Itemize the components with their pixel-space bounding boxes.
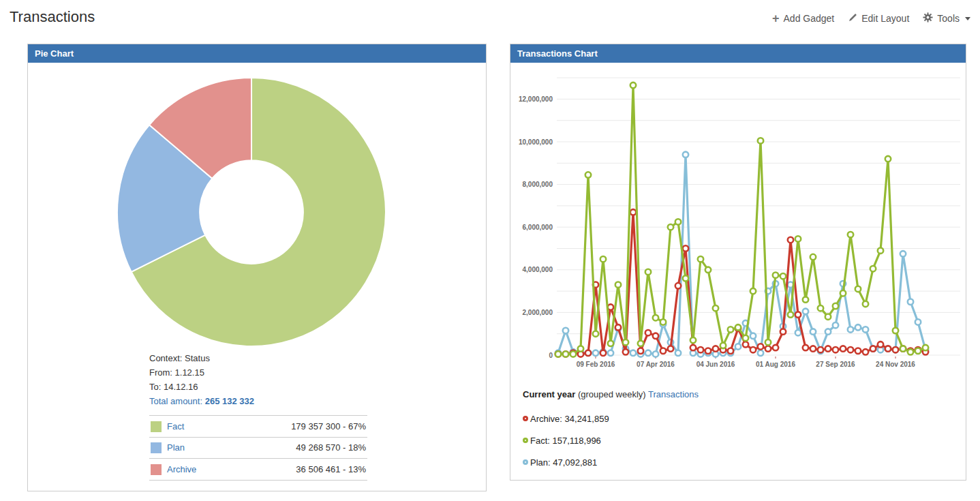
svg-text:04 Jun 2016: 04 Jun 2016: [696, 361, 735, 368]
legend-item-fact: Fact: 157,118,996: [523, 429, 699, 451]
svg-text:8,000,000: 8,000,000: [523, 181, 553, 188]
table-row: Plan 49 268 570 - 18%: [149, 437, 367, 459]
edit-layout-label: Edit Layout: [861, 13, 909, 24]
archive-marker-icon: [523, 416, 528, 421]
plan-swatch: [151, 442, 162, 453]
svg-text:4,000,000: 4,000,000: [523, 266, 553, 273]
svg-text:2,000,000: 2,000,000: [523, 309, 553, 316]
svg-text:27 Sep 2016: 27 Sep 2016: [816, 361, 855, 368]
pie-context-line: Context: Status: [149, 351, 367, 365]
svg-text:09 Feb 2016: 09 Feb 2016: [577, 361, 615, 368]
edit-layout-button[interactable]: Edit Layout: [848, 13, 909, 25]
pie-panel-header: Pie Chart: [28, 44, 486, 63]
svg-text:0: 0: [549, 352, 553, 359]
caret-down-icon: [965, 17, 970, 20]
tx-panel-header: Transactions Chart: [510, 44, 966, 63]
svg-text:6,000,000: 6,000,000: [523, 224, 553, 231]
add-gadget-label: Add Gadget: [784, 13, 835, 24]
pencil-icon: [848, 13, 857, 25]
table-row: Fact 179 357 300 - 67%: [149, 416, 367, 438]
pie-legend-table: Fact 179 357 300 - 67% Plan 49 268 570 -…: [149, 415, 367, 481]
svg-text:12,000,000: 12,000,000: [519, 95, 553, 103]
pie-from-line: From: 1.12.15: [149, 365, 367, 380]
svg-text:01 Aug 2016: 01 Aug 2016: [756, 361, 795, 368]
svg-text:10,000,000: 10,000,000: [519, 138, 553, 146]
pie-chart-gadget: Pie Chart Context: Status From: 1.12.15 …: [27, 44, 487, 491]
fact-link[interactable]: Fact: [166, 416, 225, 438]
archive-link[interactable]: Archive: [166, 459, 225, 481]
dashboard-toolbar: + Add Gadget Edit Layout Tools: [772, 12, 970, 25]
pie-donut-chart[interactable]: [115, 76, 388, 348]
legend-item-archive: Archive: 34,241,859: [523, 408, 699, 429]
pie-total-line: Total amount: 265 132 332: [149, 394, 367, 408]
tools-label: Tools: [937, 13, 960, 24]
transactions-chart-gadget: Transactions Chart 02,000,0004,000,0006,…: [510, 44, 966, 481]
transactions-link[interactable]: Transactions: [648, 389, 699, 399]
table-row: Archive 36 506 461 - 13%: [149, 459, 367, 481]
plan-value: 49 268 570 - 18%: [225, 437, 367, 459]
fact-swatch: [151, 421, 162, 432]
plan-link[interactable]: Plan: [166, 437, 225, 459]
page-title: Transactions: [10, 8, 95, 26]
transactions-line-chart[interactable]: 02,000,0004,000,0006,000,0008,000,00010,…: [516, 66, 962, 381]
tx-legend: Current year (grouped weekly) Transactio…: [523, 389, 699, 473]
add-gadget-button[interactable]: + Add Gadget: [772, 13, 834, 24]
fact-value: 179 357 300 - 67%: [225, 416, 367, 438]
plan-marker-icon: [523, 459, 528, 465]
tools-menu-button[interactable]: Tools: [923, 12, 970, 25]
pie-to-line: To: 14.12.16: [149, 380, 367, 394]
pie-context-block: Context: Status From: 1.12.15 To: 14.12.…: [149, 351, 367, 408]
legend-item-plan: Plan: 47,092,881: [523, 451, 699, 473]
gear-icon: [923, 12, 933, 25]
svg-text:24 Nov 2016: 24 Nov 2016: [876, 361, 915, 368]
pie-total-value: 265 132 332: [205, 396, 254, 406]
svg-text:07 Apr 2016: 07 Apr 2016: [637, 361, 675, 368]
fact-marker-icon: [523, 438, 528, 443]
plus-icon: +: [772, 14, 780, 23]
tx-legend-title: Current year (grouped weekly) Transactio…: [523, 389, 699, 399]
archive-swatch: [151, 464, 162, 475]
archive-value: 36 506 461 - 13%: [225, 459, 367, 481]
